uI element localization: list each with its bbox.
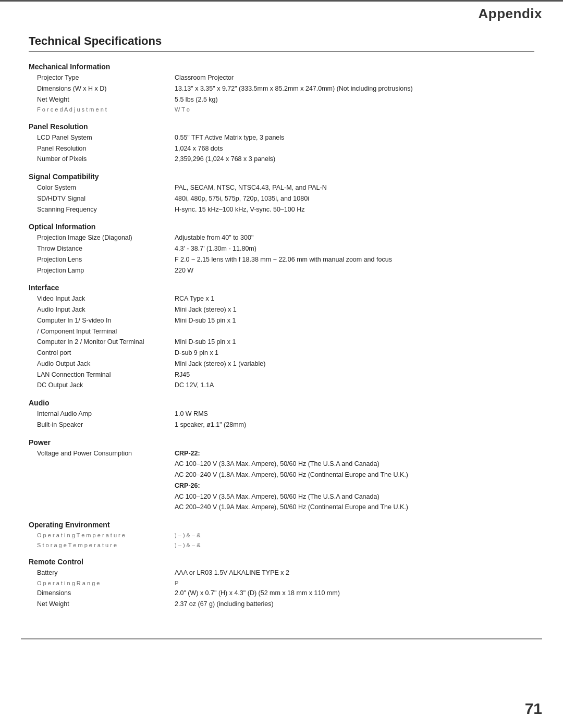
- page-title: Technical Specifications: [29, 34, 534, 52]
- spec-value: PAL, SECAM, NTSC, NTSC4.43, PAL-M, and P…: [175, 183, 534, 193]
- spec-row: Built-in Speaker1 speaker, ø1.1" (28mm): [29, 420, 534, 430]
- spec-row: Computer In 2 / Monitor Out TerminalMini…: [29, 337, 534, 347]
- sections-container: Mechanical InformationProjector TypeClas…: [29, 63, 534, 609]
- section-audio: AudioInternal Audio Amp1.0 W RMSBuilt-in…: [29, 399, 534, 430]
- spec-value: CRP-26:: [175, 481, 534, 491]
- section-title-power: Power: [29, 438, 534, 447]
- spec-label: Dimensions (W x H x D): [29, 84, 175, 94]
- section-interface: InterfaceVideo Input JackRCA Type x 1Aud…: [29, 283, 534, 390]
- spec-row: Projection LensF 2.0 ~ 2.15 lens with f …: [29, 255, 534, 265]
- spec-value: F 2.0 ~ 2.15 lens with f 18.38 mm ~ 22.0…: [175, 255, 534, 265]
- spec-label: Panel Resolution: [29, 144, 175, 154]
- spec-value: AAA or LR03 1.5V ALKALINE TYPE x 2: [175, 568, 534, 578]
- spec-value: 2,359,296 (1,024 x 768 x 3 panels): [175, 154, 534, 164]
- spec-value: RCA Type x 1: [175, 294, 534, 304]
- spec-row: LAN Connection TerminalRJ45: [29, 370, 534, 380]
- spec-row: Throw Distance4.3' - 38.7' (1.30m - 11.8…: [29, 244, 534, 254]
- main-content: Technical Specifications Mechanical Info…: [0, 24, 563, 638]
- section-title-operating: Operating Environment: [29, 521, 534, 529]
- spec-row: Net Weight5.5 lbs (2.5 kg): [29, 95, 534, 105]
- spec-row: Projection Image Size (Diagonal)Adjustab…: [29, 233, 534, 243]
- section-signal: Signal CompatibilityColor SystemPAL, SEC…: [29, 172, 534, 214]
- spec-row: Video Input JackRCA Type x 1: [29, 294, 534, 304]
- spec-row: Dimensions2.0" (W) x 0.7" (H) x 4.3" (D)…: [29, 588, 534, 598]
- spec-label: DC Output Jack: [29, 380, 175, 390]
- spec-value: CRP-22:: [175, 449, 534, 459]
- spec-row: S t o r a g e T e m p e r a t u r e) – )…: [29, 541, 534, 550]
- spec-label: Projection Image Size (Diagonal): [29, 233, 175, 243]
- spec-label: Audio Input Jack: [29, 305, 175, 315]
- spec-label: O p e r a t i n g R a n g e: [29, 579, 175, 588]
- spec-value: DC 12V, 1.1A: [175, 380, 534, 390]
- spec-row: Net Weight2.37 oz (67 g) (including batt…: [29, 599, 534, 609]
- spec-value: ) – ) & – &: [175, 541, 534, 550]
- spec-row: / Component Input Terminal: [29, 327, 534, 337]
- spec-value: Mini Jack (stereo) x 1 (variable): [175, 359, 534, 369]
- spec-row: Internal Audio Amp1.0 W RMS: [29, 409, 534, 419]
- spec-label: SD/HDTV Signal: [29, 194, 175, 204]
- spec-value: 13.13" x 3.35" x 9.72" (333.5mm x 85.2mm…: [175, 84, 534, 94]
- spec-row: O p e r a t i n g R a n g eP: [29, 579, 534, 588]
- spec-row: Dimensions (W x H x D)13.13" x 3.35" x 9…: [29, 84, 534, 94]
- spec-label: Scanning Frequency: [29, 205, 175, 215]
- spec-value: RJ45: [175, 370, 534, 380]
- section-power: PowerVoltage and Power ConsumptionCRP-22…: [29, 438, 534, 513]
- spec-label: Number of Pixels: [29, 154, 175, 164]
- spec-label: Color System: [29, 183, 175, 193]
- spec-value: AC 200–240 V (1.9A Max. Ampere), 50/60 H…: [175, 502, 534, 512]
- spec-row: CRP-26:: [29, 481, 534, 491]
- section-title-remote: Remote Control: [29, 558, 534, 566]
- spec-value: W T o: [175, 105, 534, 114]
- spec-value: 5.5 lbs (2.5 kg): [175, 95, 534, 105]
- footer-line: [21, 638, 542, 639]
- spec-value: Classroom Projector: [175, 73, 534, 83]
- spec-value: 480i, 480p, 575i, 575p, 720p, 1035i, and…: [175, 194, 534, 204]
- spec-row: DC Output JackDC 12V, 1.1A: [29, 380, 534, 390]
- spec-value: 220 W: [175, 266, 534, 276]
- spec-label: Dimensions: [29, 588, 175, 598]
- spec-row: AC 200–240 V (1.8A Max. Ampere), 50/60 H…: [29, 470, 534, 480]
- section-title-mechanical: Mechanical Information: [29, 63, 534, 71]
- section-title-panel: Panel Resolution: [29, 122, 534, 131]
- spec-row: F o r c e d A d j u s t m e n tW T o: [29, 105, 534, 114]
- spec-label: Battery: [29, 568, 175, 578]
- spec-value: 1 speaker, ø1.1" (28mm): [175, 420, 534, 430]
- spec-value: 1.0 W RMS: [175, 409, 534, 419]
- spec-row: Audio Input JackMini Jack (stereo) x 1: [29, 305, 534, 315]
- spec-value: ) – ) & – &: [175, 531, 534, 540]
- section-operating: Operating EnvironmentO p e r a t i n g T…: [29, 521, 534, 549]
- spec-row: Projector TypeClassroom Projector: [29, 73, 534, 83]
- spec-label: Projection Lamp: [29, 266, 175, 276]
- spec-label: [29, 470, 175, 480]
- spec-label: Internal Audio Amp: [29, 409, 175, 419]
- spec-value: 1,024 x 768 dots: [175, 144, 534, 154]
- spec-label: [29, 459, 175, 469]
- spec-row: Scanning FrequencyH-sync. 15 kHz–100 kHz…: [29, 205, 534, 215]
- spec-row: O p e r a t i n g T e m p e r a t u r e)…: [29, 531, 534, 540]
- spec-label: / Component Input Terminal: [29, 327, 175, 337]
- section-title-interface: Interface: [29, 283, 534, 292]
- spec-label: LAN Connection Terminal: [29, 370, 175, 380]
- spec-label: Net Weight: [29, 599, 175, 609]
- spec-value: 4.3' - 38.7' (1.30m - 11.80m): [175, 244, 534, 254]
- spec-label: O p e r a t i n g T e m p e r a t u r e: [29, 531, 175, 540]
- header-title: Appendix: [479, 6, 542, 22]
- spec-value: P: [175, 579, 534, 588]
- section-title-signal: Signal Compatibility: [29, 172, 534, 181]
- spec-row: Projection Lamp220 W: [29, 266, 534, 276]
- spec-label: Projector Type: [29, 73, 175, 83]
- spec-value: Mini D-sub 15 pin x 1: [175, 337, 534, 347]
- section-mechanical: Mechanical InformationProjector TypeClas…: [29, 63, 534, 114]
- spec-label: [29, 492, 175, 502]
- spec-row: SD/HDTV Signal480i, 480p, 575i, 575p, 72…: [29, 194, 534, 204]
- spec-value: Adjustable from 40" to 300": [175, 233, 534, 243]
- spec-row: Voltage and Power ConsumptionCRP-22:: [29, 449, 534, 459]
- page-number: 71: [525, 700, 542, 718]
- spec-label: Computer In 1/ S-video In: [29, 316, 175, 326]
- spec-value: Mini Jack (stereo) x 1: [175, 305, 534, 315]
- spec-label: Voltage and Power Consumption: [29, 449, 175, 459]
- spec-value: 2.0" (W) x 0.7" (H) x 4.3" (D) (52 mm x …: [175, 588, 534, 598]
- spec-label: LCD Panel System: [29, 133, 175, 143]
- spec-label: Video Input Jack: [29, 294, 175, 304]
- spec-label: Audio Output Jack: [29, 359, 175, 369]
